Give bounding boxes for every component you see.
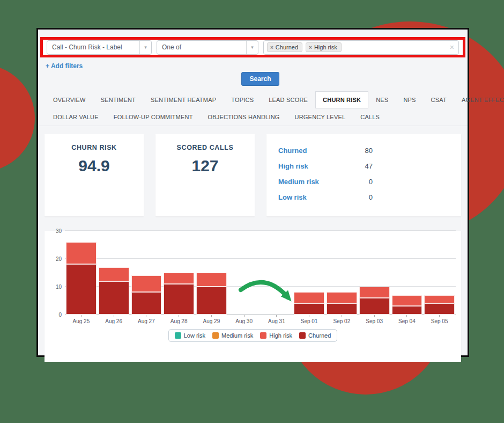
tab-topics[interactable]: TOPICS [224,91,261,108]
tab-churn-risk[interactable]: CHURN RISK [315,91,368,108]
bar-segment-high-risk[interactable] [164,273,194,284]
risk-breakdown-card: Churned 80 High risk 47 Medium risk 0 Lo… [266,134,461,216]
x-axis-label: Aug 25 [65,315,98,324]
bar-column [228,231,261,315]
x-axis-tick [276,315,277,317]
bar-segment-churned[interactable] [66,264,97,315]
filter-field-value: Call - Churn Risk - Label [52,43,122,51]
x-axis: Aug 25Aug 26Aug 27Aug 28Aug 29Aug 30Aug … [65,315,456,324]
tab-overview[interactable]: OVERVIEW [46,91,93,108]
clear-input-icon[interactable]: × [450,43,454,52]
add-filters-link[interactable]: + Add filters [46,62,83,70]
bar-segment-churned[interactable] [196,287,227,315]
x-axis-label: Sep 03 [358,315,391,324]
legend-item-medium-risk[interactable]: Medium risk [212,332,253,339]
card-title: SCORED CALLS [155,144,255,151]
x-axis-tick [439,315,440,317]
x-axis-tick [146,315,146,317]
filter-bar-highlight: Call - Churn Risk - Label ▾ One of ▾ × C… [40,37,465,57]
bar-column [423,231,456,315]
breakdown-label[interactable]: Churned [278,147,359,155]
bar-segment-churned[interactable] [392,306,423,315]
search-button[interactable]: Search [241,72,279,86]
bar-segment-high-risk[interactable] [392,295,423,307]
breakdown-count: 0 [359,178,381,186]
search-row: Search [38,72,468,86]
x-axis-label: Sep 01 [293,315,325,324]
breakdown-count: 80 [359,147,381,155]
bar-segment-high-risk[interactable] [327,292,357,303]
tab-bar: OVERVIEW SENTIMENT SENTIMENT HEATMAP TOP… [38,91,468,126]
tab-calls[interactable]: CALLS [353,108,387,126]
x-axis-label: Aug 30 [228,315,261,324]
x-axis-label: Aug 28 [162,315,195,324]
legend-swatch [260,332,266,339]
chart-legend: Low riskMedium riskHigh riskChurned [168,329,338,342]
bar-segment-churned[interactable] [131,292,162,315]
legend-swatch [212,332,219,339]
bar-segment-churned[interactable] [424,303,455,315]
bar-segment-churned[interactable] [99,281,129,315]
bar-segment-churned[interactable] [164,284,194,315]
legend-label: High risk [269,332,292,339]
bar-column [98,231,130,315]
legend-item-churned[interactable]: Churned [299,332,331,339]
tab-nps[interactable]: NPS [396,91,423,108]
tab-agent-effectiveness[interactable]: AGENT EFFECTIVENESS [454,91,504,108]
tab-follow-up-commitment[interactable]: FOLLOW-UP COMMITMENT [106,108,201,126]
filter-operator-select[interactable]: One of ▾ [157,40,258,55]
legend-label: Churned [308,332,331,339]
filter-operator-value: One of [162,43,181,51]
tab-objections-handling[interactable]: OBJECTIONS HANDLING [201,108,287,126]
bar-column [325,231,358,315]
x-axis-label: Sep 02 [325,315,358,324]
bar-column [358,231,391,315]
chevron-down-icon: ▾ [246,41,258,54]
app-window: Call - Churn Risk - Label ▾ One of ▾ × C… [36,28,469,357]
bar-segment-churned[interactable] [327,303,357,315]
x-axis-tick [244,315,244,317]
bar-segment-high-risk[interactable] [99,267,129,281]
legend-item-high-risk[interactable]: High risk [260,332,292,339]
bar-segment-high-risk[interactable] [424,295,455,304]
bar-segment-high-risk[interactable] [196,273,227,287]
bar-segment-high-risk[interactable] [294,292,324,303]
breakdown-label[interactable]: High risk [278,162,359,170]
tab-sentiment-heatmap[interactable]: SENTIMENT HEATMAP [143,91,224,108]
tab-row-2: DOLLAR VALUE FOLLOW-UP COMMITMENT OBJECT… [46,108,460,126]
breakdown-label[interactable]: Medium risk [278,178,359,186]
legend-item-low-risk[interactable]: Low risk [175,332,205,339]
filter-tag-high-risk: × High risk [306,42,342,52]
legend-label: Medium risk [221,332,253,339]
x-axis-tick [114,315,114,317]
remove-tag-icon[interactable]: × [309,45,312,50]
tab-sentiment[interactable]: SENTIMENT [93,91,143,108]
chart-plot-area: 0102030 [65,231,456,315]
remove-tag-icon[interactable]: × [270,45,273,50]
breakdown-count: 0 [359,193,381,201]
x-axis-label: Sep 04 [391,315,424,324]
filter-tag-churned: × Churned [267,42,302,52]
card-title: CHURN RISK [45,144,144,151]
tab-nes[interactable]: NES [368,91,396,108]
filter-values-input[interactable]: × Churned × High risk × [263,40,459,55]
chevron-down-icon: ▾ [139,41,151,54]
tab-dollar-value[interactable]: DOLLAR VALUE [46,108,106,126]
bar-segment-high-risk[interactable] [359,287,390,298]
x-axis-label: Aug 29 [195,315,228,324]
legend-swatch [299,332,306,339]
filter-field-select[interactable]: Call - Churn Risk - Label ▾ [47,40,152,55]
tab-lead-score[interactable]: LEAD SCORE [261,91,315,108]
tab-urgency-level[interactable]: URGENCY LEVEL [287,108,353,126]
bar-segment-high-risk[interactable] [66,242,97,265]
bar-column [391,231,424,315]
breakdown-label[interactable]: Low risk [278,193,359,201]
bar-segment-churned[interactable] [294,303,324,315]
bars-area [65,231,456,315]
bar-segment-high-risk[interactable] [131,275,162,292]
background-blob-left [0,64,35,172]
bar-column [195,231,228,315]
x-axis-tick [179,315,179,317]
tab-csat[interactable]: CSAT [424,91,454,108]
bar-segment-churned[interactable] [359,298,390,315]
